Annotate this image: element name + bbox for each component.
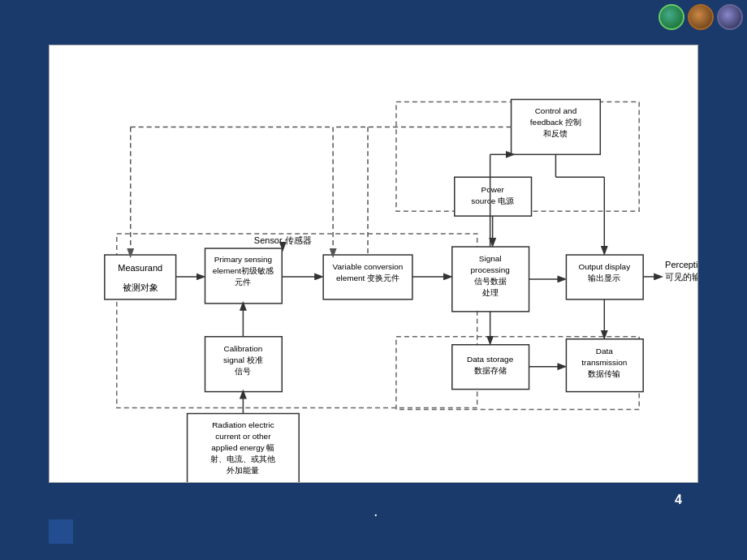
svg-text:数据存储: 数据存储 [474, 366, 507, 375]
svg-text:外加能量: 外加能量 [227, 466, 259, 475]
deco-circle-1 [658, 4, 684, 30]
svg-text:输出显示: 输出显示 [588, 274, 620, 282]
bottom-left-square [49, 519, 73, 544]
svg-text:element 变换元件: element 变换元件 [336, 274, 399, 282]
slide-container: Measurand 被测对象 Primary sensing element初级… [49, 45, 698, 483]
svg-text:元件: 元件 [235, 278, 251, 286]
svg-text:applied  energy  幅: applied energy 幅 [211, 443, 274, 452]
perceptible-output-label: Perceptible output [665, 260, 697, 269]
measurand-box [105, 255, 176, 299]
svg-text:信号数据: 信号数据 [474, 277, 507, 286]
svg-text:Output  display: Output display [578, 262, 630, 271]
svg-text:Calibration: Calibration [224, 344, 263, 353]
svg-text:Control   and: Control and [535, 106, 577, 115]
svg-text:Signal: Signal [479, 254, 502, 263]
slide-number: 4 [675, 493, 682, 507]
svg-text:signal  校准: signal 校准 [223, 355, 263, 364]
svg-text:Variable conversion: Variable conversion [333, 262, 404, 271]
deco-circle-2 [688, 4, 714, 30]
svg-text:Measurand: Measurand [118, 263, 162, 273]
svg-text:可见的输出信号: 可见的输出信号 [665, 272, 697, 282]
svg-text:Radiation    electric: Radiation electric [212, 420, 274, 429]
svg-text:Data storage: Data storage [467, 355, 514, 364]
svg-text:processing: processing [471, 265, 510, 274]
svg-text:current  or  other: current or other [215, 432, 271, 441]
deco-circle-3 [717, 4, 743, 30]
svg-text:element初级敏感: element初级敏感 [213, 266, 274, 275]
bottom-center-dot: · [374, 505, 378, 523]
svg-text:射、电流、或其他: 射、电流、或其他 [210, 454, 275, 463]
svg-text:数据传输: 数据传输 [588, 369, 620, 378]
sensor-label: Sensor 传感器 [254, 235, 312, 245]
svg-text:feedback  控制: feedback 控制 [530, 118, 581, 127]
svg-text:transmission: transmission [581, 358, 627, 367]
svg-text:Primary  sensing: Primary sensing [214, 255, 272, 264]
svg-text:Power: Power [481, 185, 504, 194]
svg-text:source 电源: source 电源 [471, 196, 514, 205]
svg-text:信号: 信号 [235, 367, 251, 376]
svg-text:被测对象: 被测对象 [123, 282, 158, 292]
diagram-svg: Measurand 被测对象 Primary sensing element初级… [50, 45, 697, 482]
svg-text:Data: Data [596, 347, 614, 355]
svg-text:处理: 处理 [482, 288, 499, 297]
svg-text:和反馈: 和反馈 [543, 129, 568, 138]
top-decoration [654, 0, 747, 34]
